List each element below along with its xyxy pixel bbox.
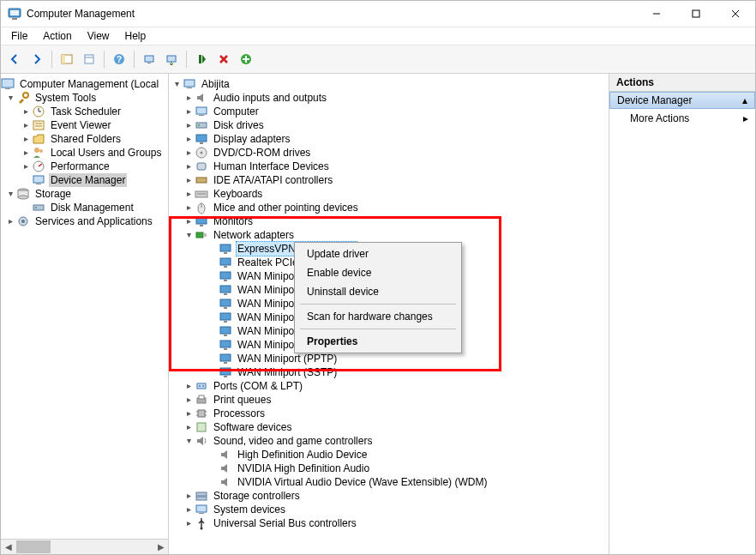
expand-icon[interactable]: ▸ bbox=[4, 215, 16, 227]
device-category[interactable]: ▸System devices bbox=[169, 503, 609, 516]
expand-icon[interactable]: ▸ bbox=[183, 188, 195, 200]
device-root[interactable]: ▾Abijita bbox=[169, 77, 609, 91]
actions-header: Actions bbox=[609, 74, 755, 92]
expand-icon[interactable]: ▾ bbox=[183, 229, 195, 241]
menu-help[interactable]: Help bbox=[118, 28, 153, 44]
forward-button[interactable] bbox=[27, 49, 47, 69]
menu-file[interactable]: File bbox=[4, 28, 34, 44]
sound-device-item[interactable]: High Definition Audio Device bbox=[169, 448, 609, 461]
expand-icon[interactable]: ▸ bbox=[183, 490, 195, 502]
expand-icon[interactable]: ▸ bbox=[183, 407, 195, 419]
expand-icon[interactable]: ▸ bbox=[183, 106, 195, 118]
menu-view[interactable]: View bbox=[81, 28, 117, 44]
device-label: Keyboards bbox=[212, 187, 264, 201]
back-button[interactable] bbox=[4, 49, 25, 69]
device-category[interactable]: ▸Processors bbox=[169, 407, 609, 420]
device-category[interactable]: ▸Display adapters bbox=[169, 132, 609, 146]
uninstall-device-button[interactable] bbox=[213, 49, 234, 69]
tree-event-viewer[interactable]: ▸ Event Viewer bbox=[1, 118, 168, 132]
device-category[interactable]: ▸Ports (COM & LPT) bbox=[169, 379, 609, 393]
device-icon bbox=[195, 214, 208, 228]
more-actions[interactable]: More Actions ▸ bbox=[609, 109, 755, 128]
close-button[interactable] bbox=[716, 1, 755, 27]
console-tree[interactable]: Computer Management (Local ▾ System Tool… bbox=[1, 74, 168, 232]
actions-selected[interactable]: Device Manager ▴ bbox=[609, 92, 755, 109]
device-category[interactable]: ▸Universal Serial Bus controllers bbox=[169, 516, 609, 530]
expand-icon[interactable]: ▸ bbox=[20, 160, 32, 172]
expand-icon[interactable]: ▸ bbox=[20, 133, 32, 145]
expand-icon[interactable]: ▾ bbox=[4, 188, 16, 200]
expand-icon[interactable]: ▸ bbox=[20, 119, 32, 131]
scroll-right-button[interactable]: ▶ bbox=[153, 540, 168, 554]
expand-icon[interactable]: ▸ bbox=[183, 133, 195, 145]
device-category[interactable]: ▸DVD/CD-ROM drives bbox=[169, 146, 609, 160]
expand-icon[interactable]: ▸ bbox=[183, 517, 195, 529]
tree-device-manager[interactable]: Device Manager bbox=[1, 173, 168, 187]
ctx-uninstall-device[interactable]: Uninstall device bbox=[297, 282, 459, 301]
device-label: Monitors bbox=[212, 214, 255, 228]
tree-root[interactable]: Computer Management (Local bbox=[1, 77, 168, 91]
properties-toolbar-button[interactable] bbox=[79, 49, 99, 69]
tree-system-tools[interactable]: ▾ System Tools bbox=[1, 91, 168, 105]
expand-icon[interactable]: ▸ bbox=[183, 119, 195, 131]
device-category[interactable]: ▸Software devices bbox=[169, 420, 609, 434]
scroll-thumb[interactable] bbox=[16, 540, 51, 553]
expand-icon[interactable]: ▸ bbox=[183, 380, 195, 392]
expand-icon[interactable]: ▸ bbox=[183, 147, 195, 159]
show-hide-tree-button[interactable] bbox=[57, 49, 77, 69]
minimize-button[interactable] bbox=[637, 1, 676, 27]
tree-storage[interactable]: ▾ Storage bbox=[1, 187, 168, 201]
expand-icon[interactable]: ▸ bbox=[20, 106, 32, 118]
enable-device-button[interactable] bbox=[191, 49, 212, 69]
update-driver-button[interactable] bbox=[161, 49, 182, 69]
expand-icon[interactable]: ▸ bbox=[20, 147, 32, 159]
expand-icon[interactable]: ▾ bbox=[4, 92, 16, 104]
expand-icon[interactable]: ▾ bbox=[183, 435, 195, 447]
menubar: File Action View Help bbox=[1, 27, 755, 45]
expand-icon[interactable]: ▸ bbox=[183, 421, 195, 433]
tree-task-scheduler[interactable]: ▸ Task Scheduler bbox=[1, 105, 168, 118]
device-category[interactable]: ▸Audio inputs and outputs bbox=[169, 91, 609, 105]
expand-icon[interactable]: ▸ bbox=[183, 215, 195, 227]
add-hardware-button[interactable] bbox=[236, 49, 256, 69]
device-category[interactable]: ▸Disk drives bbox=[169, 118, 609, 132]
network-adapter-item[interactable]: WAN Miniport (PPTP) bbox=[169, 352, 609, 365]
ctx-update-driver[interactable]: Update driver bbox=[297, 244, 459, 263]
tree-disk-management[interactable]: Disk Management bbox=[1, 201, 168, 214]
device-category[interactable]: ▸Monitors bbox=[169, 214, 609, 228]
svg-rect-9 bbox=[85, 55, 93, 63]
device-category[interactable]: ▸Keyboards bbox=[169, 187, 609, 201]
device-category-network[interactable]: ▾Network adapters bbox=[169, 228, 609, 242]
device-category[interactable]: ▸IDE ATA/ATAPI controllers bbox=[169, 173, 609, 187]
tree-services-apps[interactable]: ▸ Services and Applications bbox=[1, 214, 168, 228]
device-category[interactable]: ▸Computer bbox=[169, 105, 609, 118]
ctx-properties[interactable]: Properties bbox=[297, 332, 459, 351]
scroll-left-button[interactable]: ◀ bbox=[1, 540, 15, 554]
horizontal-scrollbar[interactable]: ◀ ▶ bbox=[1, 539, 168, 554]
ctx-scan-hardware[interactable]: Scan for hardware changes bbox=[297, 307, 459, 326]
expand-icon[interactable]: ▸ bbox=[183, 202, 195, 214]
maximize-button[interactable] bbox=[676, 1, 716, 27]
expand-icon[interactable]: ▸ bbox=[183, 160, 195, 172]
network-adapter-item[interactable]: WAN Miniport (SSTP) bbox=[169, 365, 609, 379]
tree-shared-folders[interactable]: ▸ Shared Folders bbox=[1, 132, 168, 146]
expand-icon[interactable]: ▸ bbox=[183, 504, 195, 516]
device-category[interactable]: ▸Storage controllers bbox=[169, 489, 609, 503]
device-category[interactable]: ▸Human Interface Devices bbox=[169, 160, 609, 173]
help-toolbar-button[interactable]: ? bbox=[109, 49, 129, 69]
sound-device-item[interactable]: NVIDIA High Definition Audio bbox=[169, 461, 609, 475]
tree-local-users[interactable]: ▸ Local Users and Groups bbox=[1, 146, 168, 160]
ctx-enable-device[interactable]: Enable device bbox=[297, 263, 459, 282]
expand-icon[interactable]: ▸ bbox=[183, 92, 195, 104]
menu-action[interactable]: Action bbox=[36, 28, 78, 44]
expand-icon[interactable]: ▾ bbox=[171, 78, 183, 90]
expand-icon[interactable]: ▸ bbox=[183, 394, 195, 406]
device-category[interactable]: ▸Print queues bbox=[169, 393, 609, 407]
tree-performance[interactable]: ▸ Performance bbox=[1, 160, 168, 173]
device-category[interactable]: ▸Mice and other pointing devices bbox=[169, 201, 609, 214]
device-category-sound[interactable]: ▾Sound, video and game controllers bbox=[169, 434, 609, 448]
sound-device-item[interactable]: NVIDIA Virtual Audio Device (Wave Extens… bbox=[169, 475, 609, 489]
expand-icon[interactable]: ▸ bbox=[183, 174, 195, 186]
scan-hardware-button[interactable] bbox=[139, 49, 159, 69]
svg-rect-51 bbox=[200, 142, 203, 144]
